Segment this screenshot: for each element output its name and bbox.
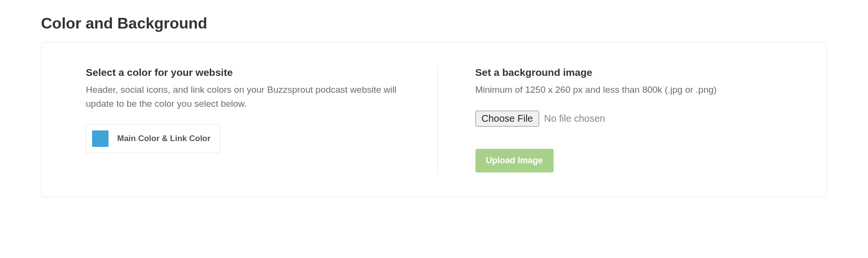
choose-file-button[interactable]: Choose File — [475, 111, 540, 127]
upload-image-button[interactable]: Upload Image — [475, 149, 554, 172]
color-swatch-icon — [92, 130, 108, 147]
file-status-text: No file chosen — [544, 113, 605, 124]
background-column: Set a background image Minimum of 1250 x… — [438, 67, 798, 172]
background-section-heading: Set a background image — [475, 67, 798, 78]
file-input-row: Choose File No file chosen — [475, 111, 798, 127]
page-title: Color and Background — [41, 14, 827, 32]
color-picker[interactable]: Main Color & Link Color — [86, 124, 220, 153]
color-column: Select a color for your website Header, … — [86, 67, 437, 172]
color-picker-label: Main Color & Link Color — [117, 134, 211, 143]
settings-panel: Select a color for your website Header, … — [41, 42, 827, 197]
color-section-description: Header, social icons, and link colors on… — [86, 83, 408, 111]
color-section-heading: Select a color for your website — [86, 67, 408, 78]
background-section-description: Minimum of 1250 x 260 px and less than 8… — [475, 83, 798, 97]
